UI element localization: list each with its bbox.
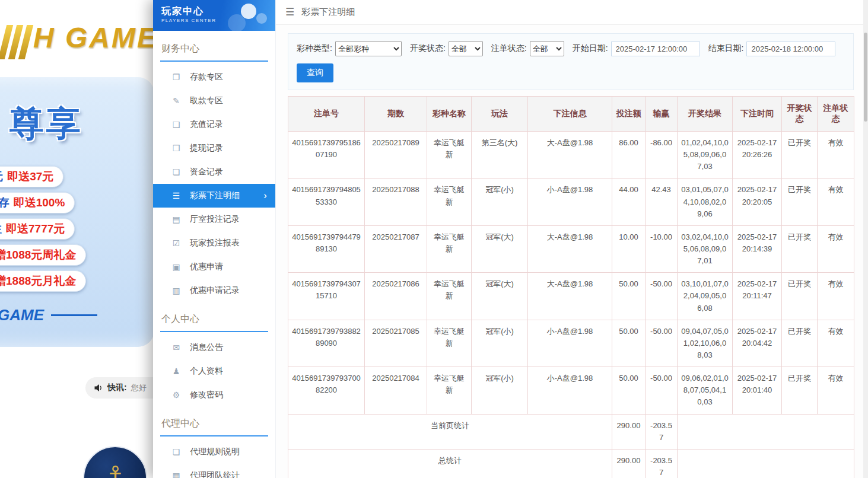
promo-banner: 加赠1088元周礼金: [0, 244, 86, 266]
funds-record-icon: ❏: [171, 167, 182, 177]
cell-win-loss: -50.00: [646, 367, 678, 414]
sidebar: 玩家中心 PLAYERS CENTER 财务中心 ❐ 存款专区 › ✎ 取款专区…: [153, 0, 276, 478]
cell-order-no: 401569173979388289090: [288, 320, 365, 367]
promo-banner-blue-text: 60元: [0, 169, 3, 184]
cell-order-status: 有效: [818, 273, 854, 320]
cell-bet-info: 小-A盘@1.98: [528, 179, 612, 225]
sidebar-item-withdraw-zone[interactable]: ✎ 取款专区 ›: [153, 89, 275, 113]
player-center-modal: 玩家中心 PLAYERS CENTER 财务中心 ❐ 存款专区 › ✎ 取款专区…: [153, 0, 863, 478]
column-header: 开奖结果: [678, 97, 733, 132]
cell-draw-status: 已开奖: [782, 132, 818, 179]
sidebar-item-player-bet-report[interactable]: ☑ 玩家投注报表 ›: [153, 231, 275, 255]
cell-lottery-name: 幸运飞艇新: [427, 367, 472, 414]
column-header: 注单号: [288, 97, 365, 132]
report-check-icon: ☑: [171, 238, 182, 248]
cell-order-status: 有效: [818, 179, 854, 225]
sidebar-section-heading: 个人中心: [160, 308, 268, 332]
sidebar-item-recharge-records[interactable]: ❑ 充值记录 ›: [153, 113, 275, 136]
cell-draw-result: 03,02,04,10,05,06,08,09,07,01: [678, 225, 733, 272]
room-record-icon: ▤: [171, 215, 182, 224]
cell-draw-status: 已开奖: [782, 273, 818, 320]
chevron-right-icon: ›: [263, 190, 267, 202]
document-icon: ❏: [171, 447, 182, 457]
page-title: 彩票下注明细: [301, 7, 355, 18]
end-date-input[interactable]: [746, 42, 835, 56]
query-button[interactable]: 查询: [297, 63, 333, 82]
sidebar-item-profile[interactable]: ♟ 个人资料 ›: [153, 359, 275, 383]
cell-draw-result: 09,04,07,05,01,02,10,06,08,03: [678, 320, 733, 367]
speaker-icon: [94, 383, 103, 393]
cell-bet-info: 大-A盘@1.98: [528, 225, 612, 272]
main-content: ☰ 彩票下注明细 彩种类型: 全部彩种 开奖状态: 全部: [276, 0, 863, 478]
sidebar-item-promo-application[interactable]: ▣ 优惠申请 ›: [153, 255, 275, 279]
sidebar-item-label: 优惠申请: [190, 262, 223, 272]
end-date-label: 结束日期:: [708, 43, 744, 54]
cell-order-no: 401569173979518607190: [288, 132, 365, 179]
cell-bet-amount: 50.00: [612, 367, 646, 414]
cell-bet-amount: 10.00: [612, 225, 646, 272]
chart-icon: ▦: [171, 471, 182, 478]
promo-banner-blue-text: P首存: [0, 195, 9, 211]
cell-order-no: 401569173979430715710: [288, 273, 365, 320]
promo-banner: 加赠1888元月礼金: [0, 270, 86, 292]
cell-draw-status: 已开奖: [782, 320, 818, 367]
sidebar-header: 玩家中心 PLAYERS CENTER: [153, 0, 275, 31]
bets-table: 注单号期数彩种名称玩法下注信息投注额输赢开奖结果下注时间开奖状态注单状态 401…: [288, 96, 854, 478]
sidebar-item-promo-application-records[interactable]: ▥ 优惠申请记录 ›: [153, 279, 275, 302]
cell-order-no: 401569173979480553330: [288, 179, 365, 225]
cell-lottery-name: 幸运飞艇新: [427, 320, 472, 367]
sidebar-item-label: 充值记录: [190, 119, 223, 130]
sidebar-item-label: 优惠申请记录: [190, 285, 240, 296]
sidebar-item-funds-records[interactable]: ❏ 资金记录 ›: [153, 160, 275, 184]
cell-period: 20250217084: [365, 367, 427, 414]
column-header: 开奖状态: [782, 97, 818, 132]
brand-dash: [51, 314, 97, 316]
menu-toggle-icon[interactable]: ☰: [285, 6, 294, 18]
cell-draw-result: 01,02,04,10,05,08,09,06,07,03: [678, 132, 733, 179]
scrollbar-thumb[interactable]: [864, 33, 867, 122]
sidebar-item-room-bet-records[interactable]: ▤ 厅室投注记录 ›: [153, 208, 275, 231]
sidebar-item-announcements[interactable]: ✉ 消息公告 ›: [153, 336, 275, 359]
sidebar-item-deposit-zone[interactable]: ❐ 存款专区 ›: [153, 65, 275, 89]
sidebar-item-label: 代理规则说明: [190, 447, 240, 457]
cell-bet-info: 大-A盘@1.98: [528, 273, 612, 320]
cell-bet-time: 2025-02-17 20:11:47: [733, 273, 782, 320]
person-icon: ♟: [171, 367, 182, 376]
sidebar-section-items: ❏ 代理规则说明 › ▦ 代理团队统计 ›: [153, 436, 275, 478]
start-date-input[interactable]: [611, 42, 700, 56]
cell-play-type: 冠军(大): [472, 225, 528, 272]
order-status-select[interactable]: 全部: [530, 41, 564, 56]
sidebar-item-withdrawal-records[interactable]: ❒ 提现记录 ›: [153, 136, 275, 160]
bets-table-card: 注单号期数彩种名称玩法下注信息投注额输赢开奖结果下注时间开奖状态注单状态 401…: [288, 96, 854, 478]
table-header-row: 注单号期数彩种名称玩法下注信息投注额输赢开奖结果下注时间开奖状态注单状态: [288, 97, 854, 132]
cell-play-type: 第三名(大): [472, 132, 528, 179]
sidebar-item-agent-team-stats[interactable]: ▦ 代理团队统计 ›: [153, 464, 275, 478]
promo-banner-red-text: 加赠1888元月礼金: [0, 273, 76, 289]
sidebar-item-change-password[interactable]: ⚙ 修改密码 ›: [153, 383, 275, 407]
cell-win-loss: -50.00: [646, 320, 678, 367]
page-summary-winloss: -203.57: [646, 414, 678, 449]
column-header: 玩法: [472, 97, 528, 132]
ticker-text: 您好: [131, 383, 147, 393]
cell-bet-time: 2025-02-17 20:14:39: [733, 225, 782, 272]
billiard-balls-decoration: [230, 1, 272, 31]
sidebar-item-lottery-bet-details[interactable]: ☰ 彩票下注明细 ›: [153, 184, 275, 208]
sidebar-item-label: 代理团队统计: [190, 470, 240, 478]
page-scrollbar[interactable]: [863, 0, 868, 478]
cell-bet-time: 2025-02-17 20:04:42: [733, 320, 782, 367]
promo-banner-red-text: 即送100%: [14, 195, 65, 211]
lottery-type-select[interactable]: 全部彩种: [335, 41, 402, 56]
sidebar-item-label: 提现记录: [190, 143, 223, 154]
cell-period: 20250217088: [365, 179, 427, 225]
footer-logo: ⚓: [83, 446, 147, 478]
recharge-record-icon: ❑: [171, 120, 182, 129]
sidebar-section: 财务中心 ❐ 存款专区 › ✎ 取款专区 › ❑ 充值记录 › ❒ 提现记录 ›…: [153, 38, 275, 302]
sidebar-item-agent-rules[interactable]: ❏ 代理规则说明 ›: [153, 440, 275, 464]
promo-banner: P首存 即送100%: [0, 192, 75, 213]
cell-bet-amount: 86.00: [612, 132, 646, 179]
draw-status-select[interactable]: 全部: [449, 41, 483, 56]
site-logo: H GAME: [0, 18, 153, 71]
cell-period: 20250217087: [365, 225, 427, 272]
logo-bars-icon: [0, 25, 33, 59]
cell-order-status: 有效: [818, 367, 854, 414]
